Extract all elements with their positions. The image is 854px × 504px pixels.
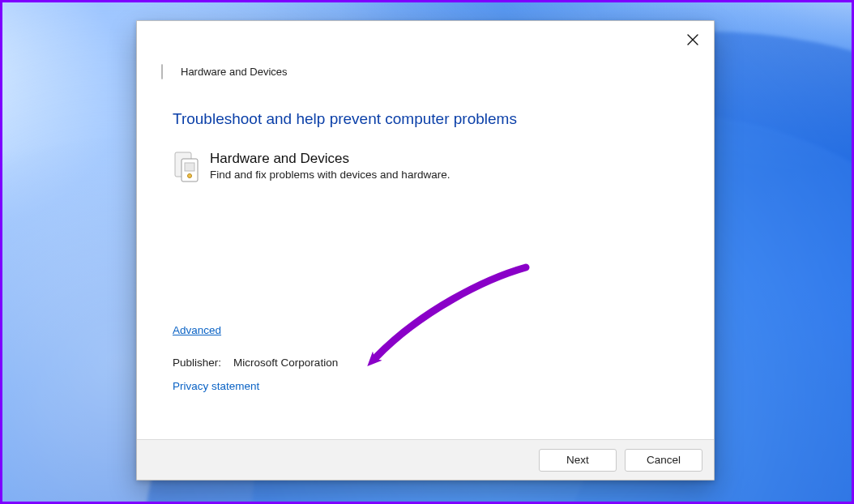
section-title: Hardware and Devices: [210, 151, 450, 167]
troubleshooter-dialog: Hardware and Devices Troubleshoot and he…: [136, 20, 715, 481]
publisher-row: Publisher: Microsoft Corporation: [173, 357, 678, 369]
advanced-link[interactable]: Advanced: [173, 324, 221, 336]
screenshot-viewport: Hardware and Devices Troubleshoot and he…: [0, 0, 854, 504]
privacy-statement-link[interactable]: Privacy statement: [173, 380, 259, 392]
dialog-titlebar: [137, 21, 714, 50]
close-button[interactable]: [680, 29, 706, 52]
dialog-content: Troubleshoot and help prevent computer p…: [137, 110, 714, 393]
svg-rect-2: [185, 163, 194, 171]
svg-point-3: [188, 174, 192, 178]
window-title: Hardware and Devices: [181, 66, 288, 78]
section-description: Find and fix problems with devices and h…: [210, 169, 450, 181]
next-button[interactable]: Next: [539, 449, 617, 472]
publisher-value: Microsoft Corporation: [233, 357, 338, 369]
section-row: Hardware and Devices Find and fix proble…: [173, 151, 678, 183]
dialog-footer: Next Cancel: [137, 439, 714, 480]
dialog-header: Hardware and Devices: [137, 50, 714, 81]
publisher-label: Publisher:: [173, 357, 221, 369]
instruction-text: Troubleshoot and help prevent computer p…: [173, 110, 678, 128]
hardware-icon: [173, 151, 200, 183]
cancel-button[interactable]: Cancel: [625, 449, 702, 472]
close-icon: [687, 34, 698, 48]
troubleshooter-icon: [161, 65, 174, 78]
